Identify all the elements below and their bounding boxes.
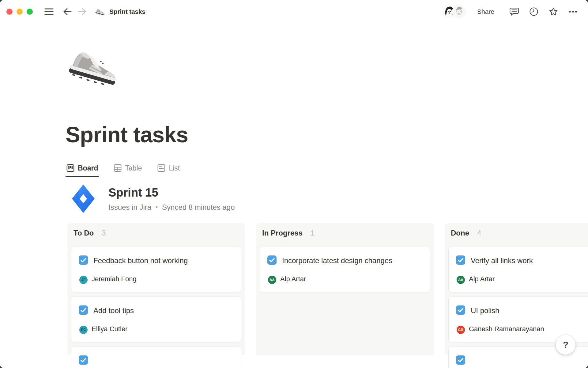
collaborator-avatar-2	[452, 5, 466, 19]
separator-dot: •	[156, 204, 158, 211]
task-card[interactable]: Incorporate latest design changes AA Alp…	[260, 247, 430, 292]
task-assignee[interactable]: AA Alp Artar	[457, 275, 495, 284]
table-view-icon	[113, 164, 122, 172]
assignee-avatar: AA	[268, 276, 276, 284]
linked-database-header: Sprint 15 Issues in Jira • Synced 8 minu…	[71, 184, 588, 213]
favorite-button[interactable]	[548, 6, 559, 17]
task-checkbox[interactable]	[79, 355, 88, 365]
checkmark-icon	[81, 308, 86, 312]
notion-window: Sprint tasks Sha	[0, 0, 588, 368]
board-view-icon	[66, 164, 75, 172]
collaborator-avatars[interactable]	[442, 5, 466, 19]
task-card-partial[interactable]	[71, 347, 241, 368]
more-options-button[interactable]	[567, 6, 579, 17]
task-checkbox[interactable]	[267, 255, 277, 265]
assignee-name: Alp Artar	[280, 275, 306, 284]
assignee-initials: JF	[81, 278, 85, 282]
tab-board-label: Board	[78, 164, 98, 172]
task-checkbox[interactable]	[456, 305, 465, 315]
clock-icon	[529, 6, 538, 17]
topbar: Sprint tasks Sha	[0, 0, 588, 23]
assignee-initials: EC	[81, 328, 86, 332]
tab-table[interactable]: Table	[113, 162, 142, 177]
task-checkbox[interactable]	[456, 255, 465, 265]
column-name[interactable]: In Progress	[262, 229, 303, 239]
sync-time: Synced 8 minutes ago	[162, 203, 235, 212]
column-header: To Do 3	[71, 228, 241, 239]
assignee-avatar: GR	[457, 326, 465, 334]
assignee-name: Alp Artar	[469, 275, 495, 284]
forward-button[interactable]	[76, 6, 88, 17]
task-assignee[interactable]: GR Ganesh Ramanarayanan	[457, 325, 544, 334]
back-button[interactable]	[62, 6, 73, 17]
assignee-avatar: EC	[79, 326, 88, 334]
tab-list[interactable]: List	[156, 162, 180, 177]
task-title: Add tool tips	[93, 305, 134, 316]
assignee-avatar: AA	[457, 276, 465, 284]
assignee-name: Jeremiah Fong	[92, 275, 137, 284]
task-assignee[interactable]: EC Elliya Cutler	[79, 325, 127, 334]
page-icon-small	[95, 6, 106, 17]
task-checkbox[interactable]	[79, 305, 88, 315]
assignee-name: Elliya Cutler	[92, 325, 127, 334]
checkmark-icon	[81, 258, 86, 263]
assignee-initials: GR	[458, 328, 463, 332]
column-name[interactable]: To Do	[74, 229, 94, 239]
ellipsis-icon	[568, 10, 578, 13]
topbar-page-title: Sprint tasks	[109, 8, 145, 15]
task-title: Verify all links work	[471, 255, 533, 266]
updates-button[interactable]	[528, 6, 540, 17]
task-assignee[interactable]: AA Alp Artar	[268, 275, 306, 284]
assignee-name: Ganesh Ramanarayanan	[469, 325, 544, 334]
tab-board[interactable]: Board	[66, 162, 99, 177]
view-tabs: Board Table List	[66, 162, 524, 177]
forward-arrow-icon	[77, 7, 87, 16]
kanban-board: To Do 3 Feedback button not working JF	[67, 223, 588, 355]
comments-button[interactable]	[508, 6, 520, 17]
sync-status: Issues in Jira • Synced 8 minutes ago	[108, 203, 235, 212]
task-card[interactable]: Add tool tips EC Elliya Cutler	[71, 297, 241, 342]
column-header: In Progress 1	[260, 228, 430, 239]
column-count: 3	[102, 229, 106, 237]
task-assignee[interactable]: JF Jeremiah Fong	[79, 275, 137, 284]
checkmark-icon	[458, 358, 463, 362]
close-window-button[interactable]	[6, 9, 13, 15]
page-icon-large[interactable]	[68, 39, 123, 94]
minimize-window-button[interactable]	[17, 9, 23, 15]
task-title: UI polish	[471, 305, 499, 316]
checkmark-icon	[458, 258, 463, 263]
sprint-title[interactable]: Sprint 15	[108, 186, 235, 199]
assignee-initials: AA	[270, 278, 274, 282]
column-in-progress: In Progress 1 Incorporate latest design …	[256, 223, 434, 355]
checkmark-icon	[81, 358, 86, 362]
task-title: Incorporate latest design changes	[282, 255, 392, 266]
tab-list-label: List	[169, 164, 180, 172]
column-count: 1	[311, 229, 315, 237]
column-count: 4	[477, 229, 481, 237]
assignee-avatar: JF	[79, 276, 88, 284]
comment-icon	[510, 6, 519, 17]
share-button[interactable]: Share	[474, 6, 497, 17]
checkmark-icon	[458, 308, 463, 312]
zoom-window-button[interactable]	[27, 9, 33, 15]
help-button[interactable]: ?	[556, 335, 576, 355]
column-to-do: To Do 3 Feedback button not working JF	[67, 223, 245, 355]
sidebar-toggle-button[interactable]	[43, 6, 55, 17]
star-icon	[549, 6, 558, 17]
task-card[interactable]: Feedback button not working JF Jeremiah …	[71, 247, 241, 292]
task-title: Feedback button not working	[93, 255, 188, 266]
assignee-initials: AA	[458, 278, 463, 282]
task-checkbox[interactable]	[456, 355, 465, 365]
traffic-lights	[6, 9, 33, 15]
task-card[interactable]: Verify all links work AA Alp Artar	[448, 247, 588, 292]
page-title[interactable]: Sprint tasks	[66, 122, 588, 147]
task-checkbox[interactable]	[79, 255, 88, 265]
hamburger-icon	[44, 8, 54, 16]
page-content: Sprint tasks Board Table	[0, 23, 588, 355]
checkmark-icon	[269, 258, 275, 263]
column-name[interactable]: Done	[451, 229, 469, 239]
list-view-icon	[157, 164, 166, 172]
column-header: Done 4	[448, 228, 588, 239]
jira-logo	[71, 184, 96, 213]
back-arrow-icon	[63, 7, 72, 16]
